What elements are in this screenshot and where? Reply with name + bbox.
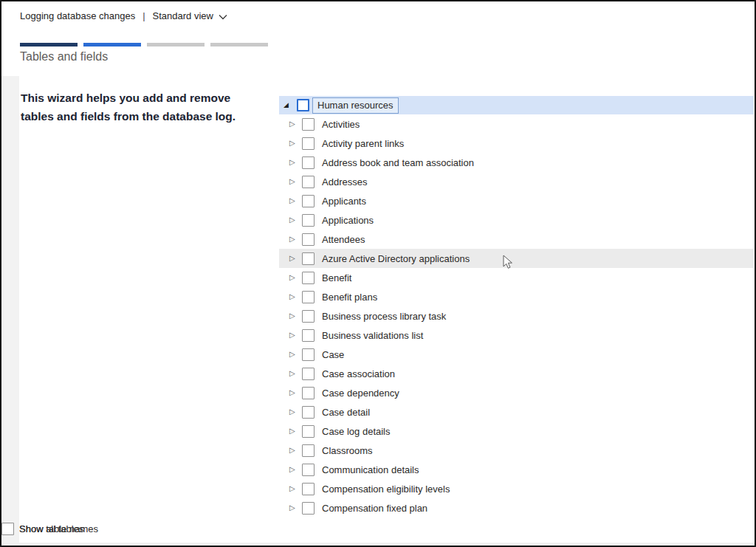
tree-item-checkbox[interactable] (302, 272, 315, 284)
wizard-window: Logging database changes | Standard view… (0, 0, 756, 547)
tree-item-label[interactable]: Communication details (322, 464, 419, 475)
tree-item-checkbox[interactable] (302, 329, 315, 342)
tree-item-label[interactable]: Azure Active Directory applications (322, 253, 470, 264)
tree-item[interactable]: ▷ Case detail (279, 402, 754, 422)
tree-item-checkbox[interactable] (302, 195, 315, 207)
tree-item-checkbox[interactable] (302, 406, 315, 419)
progress-segment-3 (147, 43, 205, 47)
tree-item-label[interactable]: Activities (322, 119, 360, 130)
wizard-progress-bar (20, 43, 268, 47)
expand-icon[interactable]: ▷ (289, 504, 302, 512)
breadcrumb-separator: | (142, 10, 145, 21)
expand-icon[interactable]: ▷ (289, 466, 302, 473)
tree-item-label[interactable]: Case (322, 349, 344, 360)
tree-item[interactable]: ▷ Activities (279, 114, 754, 134)
tree-item-checkbox[interactable] (302, 348, 315, 361)
tree-item-label[interactable]: Case association (322, 368, 395, 379)
tree-item-label[interactable]: Business process library task (322, 311, 446, 322)
expand-icon[interactable]: ▷ (289, 389, 302, 396)
tree-item-checkbox[interactable] (302, 387, 315, 399)
tree-root-checkbox[interactable] (297, 99, 309, 111)
tree-item-checkbox[interactable] (302, 425, 315, 438)
expand-icon[interactable]: ▷ (289, 351, 302, 358)
footer-checkbox-label[interactable]: Show table names (19, 523, 98, 534)
tree-item-label[interactable]: Applications (322, 215, 374, 226)
expand-icon[interactable]: ▷ (289, 140, 302, 147)
tree-item-checkbox[interactable] (302, 291, 315, 303)
tree-item[interactable]: ▷ Case association (279, 364, 754, 383)
tree-item-checkbox[interactable] (302, 483, 315, 495)
tree-item-checkbox[interactable] (302, 118, 315, 131)
collapse-icon[interactable]: ◢ (284, 102, 297, 109)
expand-icon[interactable]: ▷ (289, 408, 302, 416)
tree-item-checkbox[interactable] (302, 252, 315, 265)
expand-icon[interactable]: ▷ (289, 312, 302, 320)
tree-item-label[interactable]: Compensation fixed plan (322, 503, 427, 514)
expand-icon[interactable]: ▷ (289, 485, 302, 492)
tree-items: ▷ Activities ▷ Activity parent links ▷ A… (279, 114, 754, 517)
tree-item-label[interactable]: Business validations list (322, 330, 423, 341)
tree-item-checkbox[interactable] (302, 310, 315, 323)
tree-item-checkbox[interactable] (302, 368, 315, 380)
tree-item[interactable]: ▷ Attendees (279, 230, 754, 249)
tree-item-checkbox[interactable] (302, 176, 315, 188)
tree-item-label[interactable]: Case detail (322, 407, 370, 418)
tree-item[interactable]: ▷ Classrooms (279, 441, 754, 460)
tree-item-checkbox[interactable] (302, 502, 315, 515)
expand-icon[interactable]: ▷ (289, 370, 302, 377)
expand-icon[interactable]: ▷ (289, 197, 302, 204)
tree-item-checkbox[interactable] (302, 233, 315, 246)
tree-item[interactable]: ▷ Business process library task (279, 306, 754, 326)
tree-item[interactable]: ▷ Case dependency (279, 383, 754, 402)
tree-item-checkbox[interactable] (302, 137, 315, 150)
expand-icon[interactable]: ▷ (289, 235, 302, 243)
expand-icon[interactable]: ▷ (289, 427, 302, 435)
tree-item-label[interactable]: Case log details (322, 426, 391, 437)
tree-item-label[interactable]: Compensation eligibility levels (322, 484, 450, 495)
tree-item-label[interactable]: Case dependency (322, 388, 399, 399)
tree-item[interactable]: ▷ Addresses (279, 172, 754, 191)
tree-item[interactable]: ▷ Benefit plans (279, 287, 754, 306)
step-title: Tables and fields (20, 50, 108, 63)
tree-item[interactable]: ▷ Address book and team association (279, 153, 754, 172)
tree-item-label[interactable]: Address book and team association (322, 157, 474, 168)
expand-icon[interactable]: ▷ (289, 216, 302, 224)
view-selector-label: Standard view (153, 10, 213, 21)
tree-item-checkbox[interactable] (302, 464, 315, 476)
expand-icon[interactable]: ▷ (289, 331, 302, 339)
tree-root-label[interactable]: Human resources (312, 97, 399, 114)
expand-icon[interactable]: ▷ (289, 447, 302, 454)
tree-item-label[interactable]: Applicants (322, 196, 366, 207)
expand-icon[interactable]: ▷ (289, 274, 302, 281)
view-selector[interactable]: Standard view (153, 10, 227, 22)
expand-icon[interactable]: ▷ (289, 255, 302, 262)
expand-icon[interactable]: ▷ (289, 159, 302, 166)
tree-item-label[interactable]: Activity parent links (322, 138, 404, 149)
tree-item-label[interactable]: Classrooms (322, 445, 373, 456)
tree-item-checkbox[interactable] (302, 156, 315, 169)
expand-icon[interactable]: ▷ (289, 293, 302, 300)
expand-icon[interactable]: ▷ (289, 178, 302, 185)
tree-item-checkbox[interactable] (302, 214, 315, 227)
tree-item[interactable]: ▷ Applications (279, 210, 754, 230)
tree-item-label[interactable]: Addresses (322, 176, 367, 188)
tree-item-checkbox[interactable] (302, 444, 315, 457)
tree-root-row[interactable]: ◢ Human resources (279, 96, 754, 114)
tree-item[interactable]: ▷ Applicants (279, 191, 754, 210)
tree-item[interactable]: ▷ Benefit (279, 268, 754, 287)
tree-item[interactable]: ▷ Case (279, 345, 754, 364)
expand-icon[interactable]: ▷ (289, 120, 302, 128)
wizard-description: This wizard helps you add and remove tab… (21, 89, 251, 125)
tree-item[interactable]: ▷ Compensation eligibility levels (279, 479, 754, 498)
tree-item-label[interactable]: Benefit plans (322, 292, 377, 303)
tree-item-label[interactable]: Attendees (322, 234, 365, 245)
tree-item-label[interactable]: Benefit (322, 272, 351, 283)
tree-item[interactable]: ▷ Business validations list (279, 326, 754, 345)
tree-item[interactable]: ▷ Compensation fixed plan (279, 498, 754, 517)
footer-checkbox[interactable] (1, 523, 14, 535)
tree-item[interactable]: ▷ Case log details (279, 422, 754, 441)
chevron-down-icon (219, 11, 227, 22)
tree-item[interactable]: ▷ Azure Active Directory applications (279, 249, 754, 268)
tree-item[interactable]: ▷ Communication details (279, 460, 754, 479)
tree-item[interactable]: ▷ Activity parent links (279, 134, 754, 153)
